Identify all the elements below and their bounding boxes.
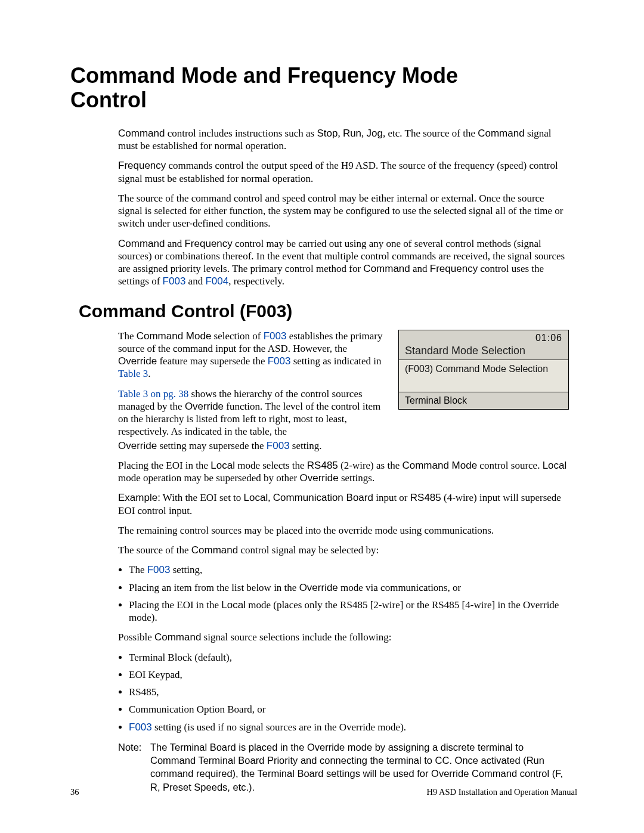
term: Local [221, 599, 246, 611]
text: mode via communications, or [338, 582, 461, 593]
note-label: Note: [118, 741, 150, 794]
link-table3[interactable]: Table 3 [118, 368, 148, 379]
text: commands control the output speed of the… [118, 160, 558, 184]
link-f003[interactable]: F003 [147, 564, 171, 575]
text: The source of the [118, 544, 191, 556]
para-frequency-intro: Frequency commands control the output sp… [118, 159, 569, 185]
link-f003[interactable]: F003 [129, 721, 152, 733]
link-f003[interactable]: F003 [268, 355, 291, 367]
list-item: The F003 setting, [129, 563, 569, 576]
page-number: 36 [70, 787, 79, 797]
text: setting, [170, 564, 202, 575]
text: , [361, 128, 367, 139]
list-item: Communication Option Board, or [129, 703, 569, 716]
term: Local [543, 460, 567, 471]
title-line-1: Command Mode and Frequency Mode [70, 63, 458, 88]
text: Placing an item from the list below in t… [129, 582, 299, 593]
text: The [118, 330, 137, 342]
term: Command Mode [402, 460, 477, 471]
page-footer: 36 H9 ASD Installation and Operation Man… [70, 787, 577, 797]
term: Terminal Board [170, 742, 236, 753]
list-item: Terminal Block (default), [129, 651, 569, 664]
para-local-rs485: Placing the EOI in the Local mode select… [118, 459, 569, 485]
note-body: The Terminal Board is placed in the Over… [150, 741, 569, 794]
text: and connecting the terminal to [298, 755, 435, 766]
term: Frequency [118, 160, 166, 171]
text: (2-wire) as the [338, 460, 402, 471]
note: Note: The Terminal Board is placed in th… [118, 741, 569, 794]
footer-title: H9 ASD Installation and Operation Manual [427, 787, 578, 797]
para-example: Example: With the EOI set to Local, Comm… [118, 491, 569, 517]
text: control includes instructions such as [165, 128, 317, 139]
section-title-f003: Command Control (F003) [79, 301, 577, 321]
para-combined: Command and Frequency control may be car… [118, 237, 569, 288]
text: mode by assigning a discrete terminal to [345, 742, 524, 753]
text: , [338, 128, 343, 139]
list-item: Placing the EOI in the Local mode (place… [129, 599, 569, 624]
text: selection of [211, 330, 263, 342]
para-possible: Possible Command signal source selection… [118, 631, 569, 643]
term: Terminal Board [257, 768, 323, 779]
display-title: Standard Mode Selection [399, 345, 568, 360]
text: control source. [477, 460, 543, 471]
term: Override [185, 401, 224, 412]
text: , etc. The source of the [383, 128, 478, 139]
text: and [165, 238, 184, 249]
term: Command [478, 128, 524, 139]
term: Local [210, 460, 235, 471]
term: Example: [118, 492, 160, 503]
para-cmdmode-1: The Command Mode selection of F003 estab… [118, 330, 386, 380]
term: Command [191, 544, 238, 556]
term: Jog [367, 128, 383, 139]
term: Override [118, 355, 157, 367]
term: Command [154, 631, 201, 643]
term: Override [300, 472, 339, 484]
link-f003[interactable]: F003 [163, 275, 186, 287]
text: control signal may be selected by: [238, 544, 379, 556]
text: Possible [118, 631, 154, 643]
list-sources: Terminal Block (default), EOI Keypad, RS… [118, 651, 569, 733]
link-f003[interactable]: F003 [267, 440, 290, 451]
term: RS485 [307, 460, 338, 471]
text: input or [373, 492, 410, 503]
link-table3-pg[interactable]: Table 3 on pg. 38 [118, 388, 188, 400]
display-foot: Terminal Block [399, 392, 568, 409]
para-remaining: The remaining control sources may be pla… [118, 524, 569, 537]
para-source: The source of the command control and sp… [118, 192, 569, 230]
para-cmdmode-2: Table 3 on pg. 38 shows the hierarchy of… [118, 388, 386, 438]
text: and [185, 275, 205, 287]
term: Command Terminal Board Priority [150, 755, 298, 766]
text: settings. [339, 472, 374, 484]
page-title: Command Mode and Frequency Mode Control [70, 63, 577, 113]
link-f004[interactable]: F004 [205, 275, 228, 287]
list-item: F003 setting (is used if no signal sourc… [129, 721, 569, 733]
text: settings will be used for [323, 768, 431, 779]
text: Placing the EOI in the [118, 460, 210, 471]
term: RS485 [410, 492, 441, 503]
text: , [268, 492, 273, 503]
list-item: Placing an item from the list below in t… [129, 581, 569, 594]
term: Override [307, 742, 345, 753]
term: Communication Board [273, 492, 373, 503]
term: Frequency [430, 263, 478, 274]
text: . [148, 368, 150, 379]
text: feature may supersede the [157, 355, 268, 367]
text: , respectively. [228, 275, 284, 287]
text: Placing the EOI in the [129, 599, 221, 611]
text: The [129, 564, 147, 575]
text: is placed in the [236, 742, 307, 753]
text: mode operation may be superseded by othe… [118, 472, 300, 484]
lcd-display: 01:06 Standard Mode Selection (F003) Com… [398, 330, 569, 410]
text: setting may supersede the [157, 440, 267, 451]
para-command-intro: Command control includes instructions su… [118, 127, 569, 153]
display-main: (F003) Command Mode Selection [399, 360, 568, 392]
link-f003[interactable]: F003 [264, 330, 287, 342]
text: setting as indicated in [290, 355, 381, 367]
text: mode selects the [235, 460, 307, 471]
term: Stop [317, 128, 338, 139]
list-item: RS485, [129, 686, 569, 698]
list-select-by: The F003 setting, Placing an item from t… [118, 563, 569, 624]
text: signal source selections include the fol… [201, 631, 391, 643]
display-time: 01:06 [535, 333, 562, 343]
para-cmdmode-2-cont: Override setting may supersede the F003 … [118, 439, 569, 452]
